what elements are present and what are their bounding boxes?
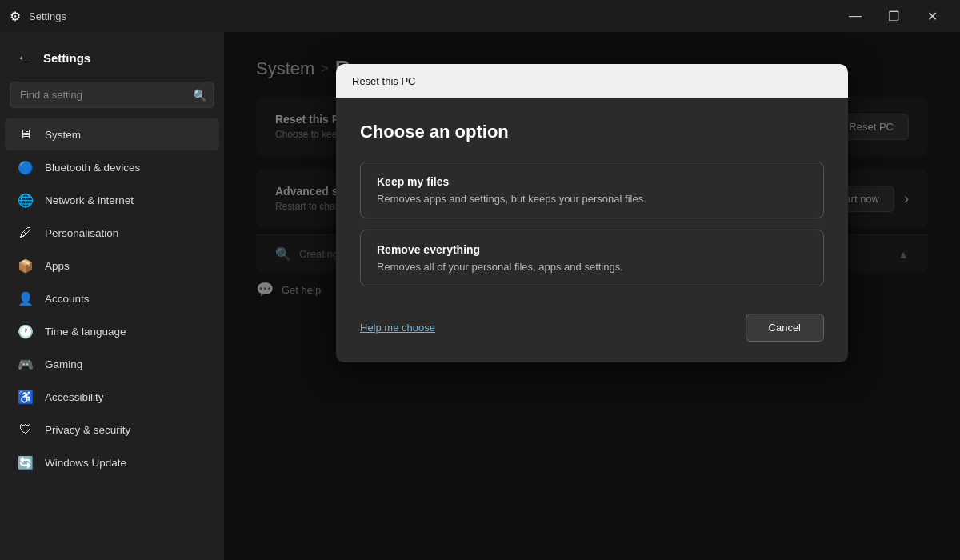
help-me-choose-link[interactable]: Help me choose — [360, 322, 435, 334]
time-icon: 🕐 — [18, 323, 34, 339]
app-icon: ⚙ — [10, 9, 21, 24]
remove-everything-title: Remove everything — [377, 243, 807, 256]
sidebar-item-gaming[interactable]: 🎮 Gaming — [5, 348, 219, 380]
minimize-button[interactable]: — — [837, 3, 874, 29]
system-icon: 🖥 — [18, 126, 34, 142]
remove-everything-option[interactable]: Remove everything Removes all of your pe… — [360, 230, 824, 286]
sidebar-item-label-update: Windows Update — [45, 457, 126, 469]
sidebar-item-label-accessibility: Accessibility — [45, 391, 104, 403]
sidebar-item-label-gaming: Gaming — [45, 358, 82, 370]
keep-files-title: Keep my files — [377, 175, 807, 188]
sidebar-item-apps[interactable]: 📦 Apps — [5, 250, 219, 282]
dialog-header-title: Reset this PC — [352, 75, 415, 87]
apps-icon: 📦 — [18, 258, 34, 274]
keep-files-option[interactable]: Keep my files Removes apps and settings,… — [360, 162, 824, 218]
accounts-icon: 👤 — [18, 290, 34, 306]
sidebar-item-label-privacy: Privacy & security — [45, 424, 130, 436]
sidebar-item-label-bluetooth: Bluetooth & devices — [45, 162, 140, 174]
title-bar-title: Settings — [29, 10, 66, 22]
sidebar-item-label-network: Network & internet — [45, 194, 134, 206]
sidebar-item-time[interactable]: 🕐 Time & language — [5, 315, 219, 347]
title-bar-left: ⚙ Settings — [10, 9, 66, 24]
search-container: 🔍 — [10, 82, 214, 108]
sidebar-item-update[interactable]: 🔄 Windows Update — [5, 446, 219, 478]
bluetooth-icon: 🔵 — [18, 159, 34, 175]
dialog-header: Reset this PC — [336, 64, 848, 98]
sidebar-item-label-accounts: Accounts — [45, 293, 90, 305]
sidebar-item-label-time: Time & language — [45, 326, 126, 338]
update-icon: 🔄 — [18, 454, 34, 470]
privacy-icon: 🛡 — [18, 422, 34, 438]
cancel-button[interactable]: Cancel — [746, 314, 824, 342]
nav-list: 🖥 System 🔵 Bluetooth & devices 🌐 Network… — [0, 118, 224, 479]
network-icon: 🌐 — [18, 192, 34, 208]
sidebar-item-accounts[interactable]: 👤 Accounts — [5, 282, 219, 314]
dialog-body: Choose an option Keep my files Removes a… — [336, 98, 848, 298]
sidebar-item-label-apps: Apps — [45, 260, 70, 272]
search-input[interactable] — [10, 82, 214, 108]
sidebar: ← Settings 🔍 🖥 System 🔵 Bluetooth & devi… — [0, 32, 224, 560]
maximize-button[interactable]: ❐ — [875, 3, 912, 29]
title-bar-controls: — ❐ ✕ — [837, 3, 950, 29]
accessibility-icon: ♿ — [18, 389, 34, 405]
remove-everything-desc: Removes all of your personal files, apps… — [377, 261, 807, 273]
sidebar-item-network[interactable]: 🌐 Network & internet — [5, 184, 219, 216]
sidebar-app-title: Settings — [43, 51, 90, 65]
sidebar-item-system[interactable]: 🖥 System — [5, 118, 219, 150]
close-button[interactable]: ✕ — [914, 3, 950, 29]
sidebar-item-privacy[interactable]: 🛡 Privacy & security — [5, 414, 219, 446]
dialog-footer: Help me choose Cancel — [336, 298, 848, 362]
gaming-icon: 🎮 — [18, 356, 34, 372]
main-content: System > Recovery Reset this PC Choose t… — [224, 32, 960, 560]
sidebar-item-label-personalisation: Personalisation — [45, 227, 118, 239]
sidebar-item-accessibility[interactable]: ♿ Accessibility — [5, 381, 219, 413]
app-body: ← Settings 🔍 🖥 System 🔵 Bluetooth & devi… — [0, 32, 960, 560]
back-button[interactable]: ← — [13, 46, 35, 69]
dialog-main-title: Choose an option — [360, 122, 824, 142]
personalisation-icon: 🖊 — [18, 225, 34, 241]
title-bar: ⚙ Settings — ❐ ✕ — [0, 0, 960, 32]
sidebar-item-bluetooth[interactable]: 🔵 Bluetooth & devices — [5, 151, 219, 183]
sidebar-header: ← Settings — [0, 40, 224, 82]
dialog-overlay: Reset this PC Choose an option Keep my f… — [224, 32, 960, 560]
sidebar-item-label-system: System — [45, 129, 81, 141]
sidebar-item-personalisation[interactable]: 🖊 Personalisation — [5, 217, 219, 249]
reset-dialog: Reset this PC Choose an option Keep my f… — [336, 64, 848, 362]
search-icon: 🔍 — [193, 89, 206, 102]
keep-files-desc: Removes apps and settings, but keeps you… — [377, 193, 807, 205]
